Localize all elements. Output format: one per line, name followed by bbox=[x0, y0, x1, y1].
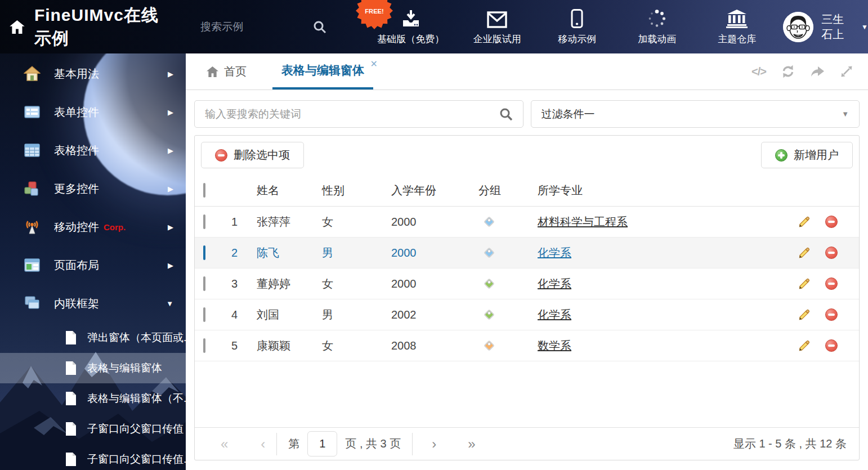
sidebar-item-form-controls[interactable]: 表单控件 ▶ bbox=[0, 93, 186, 131]
sidebar-subitem-child-to-parent[interactable]: 子窗口向父窗口传值 bbox=[0, 414, 186, 444]
nav-item-mobile-demo[interactable]: 移动示例 bbox=[550, 8, 604, 46]
tab-home[interactable]: 首页 bbox=[202, 53, 251, 89]
major-link[interactable]: 化学系 bbox=[538, 277, 571, 290]
sidebar-subitem-child-to-parent-2[interactable]: 子窗口向父窗口传值... bbox=[0, 444, 186, 470]
next-page-button[interactable]: › bbox=[432, 437, 436, 451]
row-checkbox[interactable] bbox=[203, 338, 205, 353]
edit-pencil-icon[interactable] bbox=[798, 247, 810, 259]
pager-divider bbox=[412, 433, 413, 455]
select-all-checkbox[interactable] bbox=[203, 183, 205, 198]
sidebar-item-more-controls[interactable]: 更多控件 ▶ bbox=[0, 169, 186, 208]
edit-pencil-icon[interactable] bbox=[798, 309, 810, 321]
header-search-icon[interactable] bbox=[313, 20, 326, 34]
fullscreen-icon[interactable] bbox=[840, 65, 853, 78]
sidebar-item-mobile-controls[interactable]: 移动控件 Corp. ▶ bbox=[0, 208, 186, 246]
tab-home-label: 首页 bbox=[224, 64, 247, 79]
row-checkbox[interactable] bbox=[203, 245, 205, 260]
sidebar-item-iframe[interactable]: 内联框架 ▼ bbox=[0, 284, 186, 323]
layout-icon bbox=[24, 257, 41, 274]
delete-selected-label: 删除选中项 bbox=[234, 147, 290, 163]
tag-icon bbox=[484, 309, 495, 320]
tab-close-icon[interactable]: ✕ bbox=[370, 59, 378, 69]
table-row[interactable]: 2陈飞男2000化学系 bbox=[195, 238, 859, 268]
app-home-icon bbox=[9, 19, 25, 35]
table-header-row: 姓名 性别 入学年份 分组 所学专业 bbox=[195, 174, 859, 207]
row-index: 1 bbox=[221, 216, 241, 229]
nav-item-theme-repo[interactable]: 主题仓库 bbox=[710, 8, 764, 46]
table-empty-area bbox=[195, 361, 859, 427]
table-row[interactable]: 4刘国男2002化学系 bbox=[195, 299, 859, 330]
page-prefix-label: 第 bbox=[288, 436, 299, 451]
column-header-group[interactable]: 分组 bbox=[478, 183, 538, 198]
record-summary: 显示 1 - 5 条 , 共 12 条 bbox=[733, 436, 847, 451]
cell-year: 2000 bbox=[391, 247, 478, 259]
filter-dropdown[interactable]: 过滤条件一 ▼ bbox=[531, 100, 860, 128]
major-link[interactable]: 材料科学与工程系 bbox=[538, 216, 628, 228]
tag-icon bbox=[484, 340, 495, 351]
major-link[interactable]: 化学系 bbox=[538, 308, 571, 321]
header-search-input[interactable] bbox=[200, 21, 274, 33]
page-number-input[interactable] bbox=[307, 431, 337, 456]
edit-pencil-icon[interactable] bbox=[798, 278, 810, 290]
add-user-button[interactable]: 新增用户 bbox=[761, 142, 853, 168]
app-title: FineUIMvc在线示例 bbox=[34, 4, 169, 50]
sidebar-subitem-grid-edit-window[interactable]: 表格与编辑窗体 bbox=[0, 353, 186, 383]
sidebar-item-label: 表格控件 bbox=[54, 143, 99, 158]
major-link[interactable]: 化学系 bbox=[538, 247, 571, 259]
user-name: 三生石上 bbox=[821, 12, 852, 42]
table-row[interactable]: 5康颖颖女2008数学系 bbox=[195, 330, 859, 361]
sidebar-item-grid-controls[interactable]: 表格控件 ▶ bbox=[0, 131, 186, 169]
sidebar-subitem-popup-window[interactable]: 弹出窗体（本页面或... bbox=[0, 323, 186, 353]
table-row[interactable]: 3董婷婷女2000化学系 bbox=[195, 268, 859, 299]
sidebar-menu: 基本用法 ▶ 表单控件 ▶ 表格控件 ▶ 更多控件 ▶ 移动控件 Corp. ▶… bbox=[0, 53, 186, 470]
bank-icon bbox=[726, 8, 748, 28]
open-new-window-icon[interactable] bbox=[810, 65, 825, 78]
delete-row-icon[interactable] bbox=[825, 216, 838, 228]
column-header-major[interactable]: 所学专业 bbox=[538, 183, 779, 198]
table-row[interactable]: 1张萍萍女2000材料科学与工程系 bbox=[195, 207, 859, 238]
cell-name: 董婷婷 bbox=[241, 276, 322, 292]
last-page-button[interactable]: » bbox=[468, 437, 475, 451]
spinner-icon bbox=[647, 8, 666, 28]
brand[interactable]: FineUIMvc在线示例 bbox=[0, 4, 169, 50]
delete-row-icon[interactable] bbox=[825, 339, 838, 352]
row-index: 5 bbox=[221, 339, 241, 352]
nav-item-enterprise-trial[interactable]: 企业版试用 bbox=[470, 8, 524, 46]
user-caret-icon: ▼ bbox=[861, 23, 868, 31]
edit-pencil-icon[interactable] bbox=[798, 340, 810, 352]
user-menu[interactable]: 三生石上 ▼ bbox=[783, 12, 868, 42]
prev-page-button[interactable]: ‹ bbox=[261, 437, 265, 451]
grid-panel: 删除选中项 新增用户 姓名 性别 入学年份 分组 所学专业 1张萍萍女2000材… bbox=[194, 135, 860, 460]
column-header-gender[interactable]: 性别 bbox=[322, 183, 391, 198]
first-page-button[interactable]: « bbox=[221, 437, 228, 451]
refresh-icon[interactable] bbox=[781, 64, 795, 79]
keyword-search-input[interactable] bbox=[205, 108, 499, 120]
home-icon bbox=[24, 65, 41, 82]
delete-selected-button[interactable]: 删除选中项 bbox=[201, 142, 304, 168]
pagination-bar: « ‹ 第 页 , 共 3 页 › » 显示 1 - 5 条 , 共 12 条 bbox=[195, 427, 859, 460]
source-code-icon[interactable]: </> bbox=[751, 65, 766, 78]
column-header-name[interactable]: 姓名 bbox=[241, 183, 322, 198]
row-checkbox[interactable] bbox=[203, 214, 205, 229]
major-link[interactable]: 数学系 bbox=[538, 339, 571, 352]
sidebar-subitem-grid-edit-window-2[interactable]: 表格与编辑窗体（不... bbox=[0, 383, 186, 414]
sidebar-item-basic-usage[interactable]: 基本用法 ▶ bbox=[0, 55, 186, 93]
cell-gender: 女 bbox=[322, 214, 391, 230]
sidebar-item-page-layout[interactable]: 页面布局 ▶ bbox=[0, 246, 186, 284]
free-badge-label: FREE! bbox=[365, 7, 384, 14]
edit-pencil-icon[interactable] bbox=[798, 216, 810, 228]
row-checkbox[interactable] bbox=[203, 307, 205, 322]
keyword-search-box[interactable] bbox=[194, 100, 524, 128]
nav-item-label: 主题仓库 bbox=[718, 33, 756, 46]
sidebar-subitem-label: 表格与编辑窗体 bbox=[87, 361, 162, 375]
tab-grid-edit-window[interactable]: 表格与编辑窗体 ✕ bbox=[272, 53, 373, 89]
nav-item-loading-anim[interactable]: 加载动画 bbox=[630, 8, 684, 46]
row-checkbox[interactable] bbox=[203, 276, 205, 291]
column-header-year[interactable]: 入学年份 bbox=[391, 183, 478, 198]
delete-row-icon[interactable] bbox=[825, 277, 838, 290]
search-icon[interactable] bbox=[499, 108, 513, 121]
sidebar-subitem-label: 表格与编辑窗体（不... bbox=[87, 391, 186, 406]
delete-row-icon[interactable] bbox=[825, 308, 838, 321]
delete-row-icon[interactable] bbox=[825, 247, 838, 259]
sidebar-item-label: 基本用法 bbox=[54, 66, 99, 82]
